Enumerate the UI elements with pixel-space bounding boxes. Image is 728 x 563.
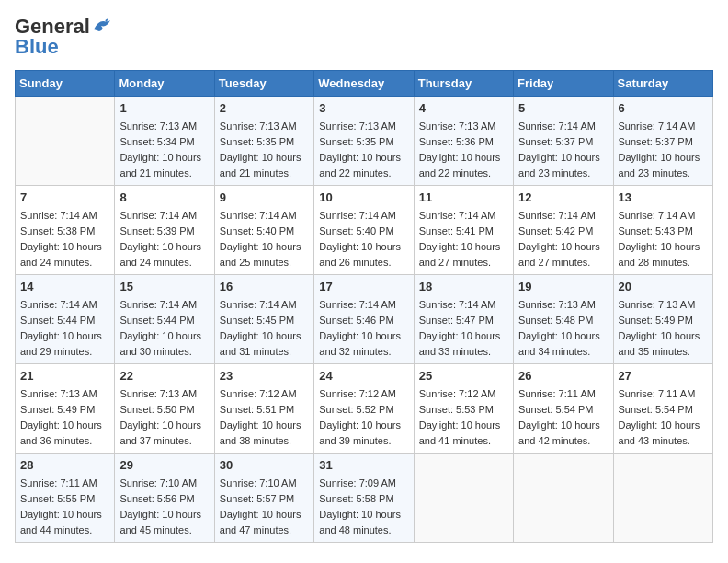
day-info: Sunrise: 7:14 AM Sunset: 5:37 PM Dayligh…: [518, 121, 600, 178]
day-info: Sunrise: 7:14 AM Sunset: 5:37 PM Dayligh…: [619, 121, 700, 178]
day-cell-21: 21Sunrise: 7:13 AM Sunset: 5:49 PM Dayli…: [16, 363, 115, 453]
day-number: 21: [20, 368, 109, 385]
day-info: Sunrise: 7:13 AM Sunset: 5:49 PM Dayligh…: [20, 388, 102, 446]
day-info: Sunrise: 7:11 AM Sunset: 5:54 PM Dayligh…: [619, 388, 700, 446]
day-cell-24: 24Sunrise: 7:12 AM Sunset: 5:52 PM Dayli…: [314, 363, 414, 453]
day-number: 27: [619, 368, 708, 385]
empty-cell: [514, 453, 613, 542]
day-cell-12: 12Sunrise: 7:14 AM Sunset: 5:42 PM Dayli…: [514, 185, 613, 274]
day-info: Sunrise: 7:14 AM Sunset: 5:42 PM Dayligh…: [518, 210, 600, 268]
logo: General Blue: [15, 15, 112, 59]
day-cell-14: 14Sunrise: 7:14 AM Sunset: 5:44 PM Dayli…: [16, 274, 115, 363]
weekday-header-sunday: Sunday: [16, 71, 115, 97]
day-info: Sunrise: 7:14 AM Sunset: 5:45 PM Dayligh…: [220, 299, 301, 357]
day-info: Sunrise: 7:14 AM Sunset: 5:40 PM Dayligh…: [319, 210, 401, 268]
day-info: Sunrise: 7:14 AM Sunset: 5:41 PM Dayligh…: [419, 210, 501, 268]
day-cell-29: 29Sunrise: 7:10 AM Sunset: 5:56 PM Dayli…: [115, 453, 214, 542]
day-info: Sunrise: 7:14 AM Sunset: 5:46 PM Dayligh…: [319, 299, 401, 357]
empty-cell: [16, 97, 115, 186]
day-number: 7: [20, 190, 109, 206]
day-cell-16: 16Sunrise: 7:14 AM Sunset: 5:45 PM Dayli…: [214, 274, 313, 363]
empty-cell: [414, 453, 513, 542]
day-number: 31: [319, 457, 408, 474]
week-row-2: 14Sunrise: 7:14 AM Sunset: 5:44 PM Dayli…: [16, 274, 713, 363]
day-info: Sunrise: 7:13 AM Sunset: 5:48 PM Dayligh…: [518, 299, 600, 357]
day-number: 22: [119, 368, 209, 385]
day-info: Sunrise: 7:14 AM Sunset: 5:44 PM Dayligh…: [119, 299, 201, 357]
week-row-3: 21Sunrise: 7:13 AM Sunset: 5:49 PM Dayli…: [16, 363, 713, 453]
day-cell-4: 4Sunrise: 7:13 AM Sunset: 5:36 PM Daylig…: [414, 97, 513, 186]
day-info: Sunrise: 7:13 AM Sunset: 5:50 PM Dayligh…: [119, 388, 201, 446]
day-cell-5: 5Sunrise: 7:14 AM Sunset: 5:37 PM Daylig…: [514, 97, 613, 186]
week-row-4: 28Sunrise: 7:11 AM Sunset: 5:55 PM Dayli…: [16, 453, 713, 542]
day-info: Sunrise: 7:11 AM Sunset: 5:55 PM Dayligh…: [20, 477, 102, 535]
logo-bird-icon: [92, 17, 112, 33]
day-number: 10: [319, 190, 408, 206]
week-row-1: 7Sunrise: 7:14 AM Sunset: 5:38 PM Daylig…: [16, 185, 713, 274]
day-number: 6: [619, 100, 708, 117]
weekday-header-monday: Monday: [115, 71, 214, 97]
day-cell-1: 1Sunrise: 7:13 AM Sunset: 5:34 PM Daylig…: [115, 97, 214, 186]
day-info: Sunrise: 7:14 AM Sunset: 5:43 PM Dayligh…: [619, 210, 700, 268]
day-number: 4: [419, 100, 508, 117]
day-cell-20: 20Sunrise: 7:13 AM Sunset: 5:49 PM Dayli…: [613, 274, 712, 363]
day-info: Sunrise: 7:13 AM Sunset: 5:36 PM Dayligh…: [419, 121, 501, 178]
day-info: Sunrise: 7:13 AM Sunset: 5:35 PM Dayligh…: [220, 121, 301, 178]
weekday-header-friday: Friday: [514, 71, 613, 97]
day-number: 14: [20, 279, 109, 295]
day-number: 9: [220, 190, 309, 206]
day-cell-7: 7Sunrise: 7:14 AM Sunset: 5:38 PM Daylig…: [16, 185, 115, 274]
day-number: 11: [419, 190, 508, 206]
weekday-header-wednesday: Wednesday: [314, 71, 414, 97]
day-cell-9: 9Sunrise: 7:14 AM Sunset: 5:40 PM Daylig…: [214, 185, 313, 274]
day-number: 20: [619, 279, 708, 295]
day-cell-17: 17Sunrise: 7:14 AM Sunset: 5:46 PM Dayli…: [314, 274, 414, 363]
day-number: 1: [119, 100, 209, 117]
day-info: Sunrise: 7:14 AM Sunset: 5:47 PM Dayligh…: [419, 299, 501, 357]
day-info: Sunrise: 7:14 AM Sunset: 5:39 PM Dayligh…: [119, 210, 201, 268]
day-number: 30: [220, 457, 309, 474]
day-cell-8: 8Sunrise: 7:14 AM Sunset: 5:39 PM Daylig…: [115, 185, 214, 274]
day-cell-15: 15Sunrise: 7:14 AM Sunset: 5:44 PM Dayli…: [115, 274, 214, 363]
day-number: 16: [220, 279, 309, 295]
day-cell-23: 23Sunrise: 7:12 AM Sunset: 5:51 PM Dayli…: [214, 363, 313, 453]
day-cell-11: 11Sunrise: 7:14 AM Sunset: 5:41 PM Dayli…: [414, 185, 513, 274]
weekday-header-thursday: Thursday: [414, 71, 513, 97]
day-cell-30: 30Sunrise: 7:10 AM Sunset: 5:57 PM Dayli…: [214, 453, 313, 542]
day-info: Sunrise: 7:14 AM Sunset: 5:44 PM Dayligh…: [20, 299, 102, 357]
day-number: 2: [220, 100, 309, 117]
day-info: Sunrise: 7:13 AM Sunset: 5:35 PM Dayligh…: [319, 121, 401, 178]
day-number: 24: [319, 368, 408, 385]
day-number: 17: [319, 279, 408, 295]
day-number: 25: [419, 368, 508, 385]
day-number: 5: [518, 100, 608, 117]
day-cell-22: 22Sunrise: 7:13 AM Sunset: 5:50 PM Dayli…: [115, 363, 214, 453]
day-info: Sunrise: 7:14 AM Sunset: 5:38 PM Dayligh…: [20, 210, 102, 268]
calendar-header-row: SundayMondayTuesdayWednesdayThursdayFrid…: [16, 71, 713, 97]
weekday-header-tuesday: Tuesday: [214, 71, 313, 97]
day-cell-18: 18Sunrise: 7:14 AM Sunset: 5:47 PM Dayli…: [414, 274, 513, 363]
day-cell-26: 26Sunrise: 7:11 AM Sunset: 5:54 PM Dayli…: [514, 363, 613, 453]
day-info: Sunrise: 7:09 AM Sunset: 5:58 PM Dayligh…: [319, 477, 401, 535]
day-number: 13: [619, 190, 708, 206]
weekday-header-saturday: Saturday: [613, 71, 712, 97]
day-cell-31: 31Sunrise: 7:09 AM Sunset: 5:58 PM Dayli…: [314, 453, 414, 542]
day-cell-13: 13Sunrise: 7:14 AM Sunset: 5:43 PM Dayli…: [613, 185, 712, 274]
day-number: 3: [319, 100, 408, 117]
day-info: Sunrise: 7:12 AM Sunset: 5:53 PM Dayligh…: [419, 388, 501, 446]
day-cell-27: 27Sunrise: 7:11 AM Sunset: 5:54 PM Dayli…: [613, 363, 712, 453]
day-info: Sunrise: 7:14 AM Sunset: 5:40 PM Dayligh…: [220, 210, 301, 268]
day-cell-3: 3Sunrise: 7:13 AM Sunset: 5:35 PM Daylig…: [314, 97, 414, 186]
week-row-0: 1Sunrise: 7:13 AM Sunset: 5:34 PM Daylig…: [16, 97, 713, 186]
day-number: 23: [220, 368, 309, 385]
day-info: Sunrise: 7:10 AM Sunset: 5:56 PM Dayligh…: [119, 477, 201, 535]
logo-blue: Blue: [15, 35, 59, 59]
day-number: 26: [518, 368, 608, 385]
calendar-table: SundayMondayTuesdayWednesdayThursdayFrid…: [15, 70, 713, 543]
day-cell-28: 28Sunrise: 7:11 AM Sunset: 5:55 PM Dayli…: [16, 453, 115, 542]
day-number: 19: [518, 279, 608, 295]
day-number: 8: [119, 190, 209, 206]
empty-cell: [613, 453, 712, 542]
day-number: 12: [518, 190, 608, 206]
day-number: 29: [119, 457, 209, 474]
